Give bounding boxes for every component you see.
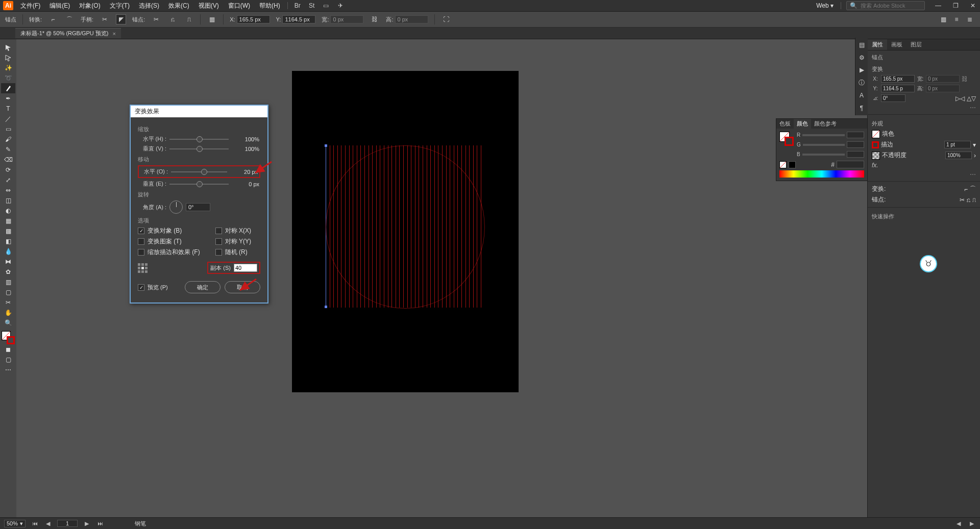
gradient-tool-icon[interactable]: ◧ xyxy=(1,236,15,246)
eraser-tool-icon[interactable]: ⌫ xyxy=(1,155,15,165)
menu-window[interactable]: 窗口(W) xyxy=(226,1,252,11)
menu-view[interactable]: 视图(V) xyxy=(197,1,221,11)
shaper-tool-icon[interactable]: ✎ xyxy=(1,144,15,155)
pen-tool-icon[interactable] xyxy=(1,83,15,93)
color-spectrum[interactable] xyxy=(779,170,864,178)
first-artboard-icon[interactable]: ⏮ xyxy=(31,520,39,526)
perspective-icon[interactable]: ▦ xyxy=(938,14,948,24)
stock-search-input[interactable] xyxy=(860,2,921,9)
canvas[interactable]: 变换效果 缩放 水平 (H) : 垂直 (V) : 移动 水平 (O) : xyxy=(16,39,867,519)
prop-x-input[interactable] xyxy=(881,75,915,83)
type-tool-icon[interactable]: T xyxy=(1,104,15,114)
type-icon[interactable]: A xyxy=(857,91,866,100)
helper-badge[interactable] xyxy=(920,255,937,272)
menu-help[interactable]: 帮助(H) xyxy=(257,1,282,11)
swatches-tab[interactable]: 色板 xyxy=(776,119,794,129)
preview-checkbox[interactable]: ✓预览 (P) xyxy=(138,284,168,291)
reference-point-icon[interactable] xyxy=(138,263,149,273)
menu-file[interactable]: 文件(F) xyxy=(18,1,42,11)
paragraph-icon[interactable]: ¶ xyxy=(857,104,866,112)
stroke-weight-input[interactable] xyxy=(944,141,971,148)
stroke-dropdown-icon[interactable]: ▾ xyxy=(973,141,976,148)
fill-swatch[interactable] xyxy=(872,130,880,138)
edit-toolbar-icon[interactable]: ⋯ xyxy=(1,365,15,375)
properties-tab[interactable]: 属性 xyxy=(868,39,887,50)
slice-tool-icon[interactable]: ✂ xyxy=(1,297,15,308)
copies-input[interactable] xyxy=(234,264,257,272)
anchor-handle[interactable] xyxy=(325,144,327,147)
anchor-handle[interactable] xyxy=(325,306,327,308)
bridge-icon[interactable]: Br xyxy=(293,1,302,10)
align-to-icon[interactable]: ≡ xyxy=(951,14,962,24)
color-tab[interactable]: 颜色 xyxy=(794,119,811,129)
convert-corner-icon[interactable]: ⌐ xyxy=(48,14,58,24)
convert-corner-icon[interactable]: ⌐ xyxy=(964,186,968,193)
menu-edit[interactable]: 编辑(E) xyxy=(47,1,72,11)
info-icon[interactable]: ⓘ xyxy=(857,79,866,87)
mesh-tool-icon[interactable]: ▩ xyxy=(1,226,15,236)
move-v-input[interactable] xyxy=(232,181,260,188)
prop-angle-input[interactable] xyxy=(881,94,905,102)
more-icon[interactable]: ≣ xyxy=(965,14,975,24)
handle-show-icon[interactable]: ◤ xyxy=(116,14,126,24)
opt-random[interactable]: 随机 (R) xyxy=(215,248,251,257)
stock-search[interactable]: 🔍 xyxy=(846,1,925,10)
black-swatch[interactable] xyxy=(789,161,796,168)
lasso-tool-icon[interactable]: ➰ xyxy=(1,73,15,83)
prev-artboard-icon[interactable]: ◀ xyxy=(44,520,52,527)
stock-icon[interactable]: St xyxy=(307,1,316,10)
anchor-remove-icon[interactable]: ✂ xyxy=(151,14,161,24)
gpu-icon[interactable]: ✈ xyxy=(336,1,345,10)
fx-label[interactable]: fx. xyxy=(872,162,878,169)
stroke-swatch[interactable] xyxy=(7,336,15,344)
document-tab[interactable]: 未标题-1* @ 50% (RGB/GPU 预览) × xyxy=(15,28,121,38)
artboard-number[interactable]: 1 xyxy=(57,520,78,527)
opt-reflect-x[interactable]: 对称 X(X) xyxy=(215,226,251,235)
zoom-select[interactable]: 50%▾ xyxy=(4,520,26,527)
menu-effect[interactable]: 效果(C) xyxy=(166,1,191,11)
graph-tool-icon[interactable]: ▥ xyxy=(1,277,15,287)
selection-tool-icon[interactable] xyxy=(1,42,15,53)
window-minimize-icon[interactable]: — xyxy=(934,2,942,10)
appearance-more-icon[interactable]: ⋯ xyxy=(868,170,980,179)
none-swatch[interactable] xyxy=(779,161,787,168)
move-v-slider[interactable] xyxy=(169,181,229,188)
split-anchor-icon[interactable]: ⎍ xyxy=(972,196,976,204)
tab-close-icon[interactable]: × xyxy=(113,31,116,37)
screen-mode-icon[interactable]: ▢ xyxy=(1,355,15,365)
flip-h-icon[interactable]: ▷◁ xyxy=(955,95,965,102)
opacity-dropdown-icon[interactable]: › xyxy=(974,152,976,159)
scroll-right-icon[interactable]: ▶ xyxy=(968,520,976,527)
color-fill-stroke[interactable] xyxy=(779,132,794,146)
opt-transform-objects[interactable]: ✓变换对象 (B) xyxy=(138,226,200,235)
arrange-icon[interactable]: ▭ xyxy=(322,1,331,10)
shape-builder-tool-icon[interactable]: ◐ xyxy=(1,206,15,216)
fill-stroke-swatch[interactable] xyxy=(2,331,15,344)
g-input[interactable] xyxy=(847,141,864,148)
blend-tool-icon[interactable]: ⧓ xyxy=(1,257,15,267)
layers-tab[interactable]: 图层 xyxy=(906,39,926,50)
remove-anchor-icon[interactable]: ✂ xyxy=(960,196,965,204)
more-options-icon[interactable]: ⋯ xyxy=(868,103,980,112)
align-icon[interactable]: ▦ xyxy=(207,14,217,24)
rotate-tool-icon[interactable]: ⟳ xyxy=(1,165,15,175)
symbol-spray-tool-icon[interactable]: ✿ xyxy=(1,267,15,277)
link-wh-icon[interactable]: ⛓ xyxy=(370,14,380,24)
zoom-tool-icon[interactable]: 🔍 xyxy=(1,318,15,328)
libraries-icon[interactable]: ▤ xyxy=(857,41,866,49)
opacity-swatch[interactable] xyxy=(872,152,880,160)
scale-h-input[interactable] xyxy=(232,136,260,143)
ok-button[interactable]: 确定 xyxy=(185,281,220,293)
move-h-slider[interactable] xyxy=(171,168,227,175)
opt-scale-strokes[interactable]: 缩放描边和效果 (F) xyxy=(138,248,200,257)
stroke-swatch[interactable] xyxy=(872,141,879,148)
perspective-tool-icon[interactable]: ▦ xyxy=(1,216,15,226)
last-artboard-icon[interactable]: ⏭ xyxy=(96,520,104,526)
menu-select[interactable]: 选择(S) xyxy=(137,1,161,11)
menu-text[interactable]: 文字(T) xyxy=(108,1,132,11)
flip-v-icon[interactable]: △▽ xyxy=(967,95,976,102)
line-tool-icon[interactable]: ／ xyxy=(1,114,15,124)
properties-icon[interactable]: ⚙ xyxy=(857,54,866,62)
anchor-join-icon[interactable]: ⎌ xyxy=(167,14,178,24)
artboard-tool-icon[interactable]: ▢ xyxy=(1,287,15,297)
